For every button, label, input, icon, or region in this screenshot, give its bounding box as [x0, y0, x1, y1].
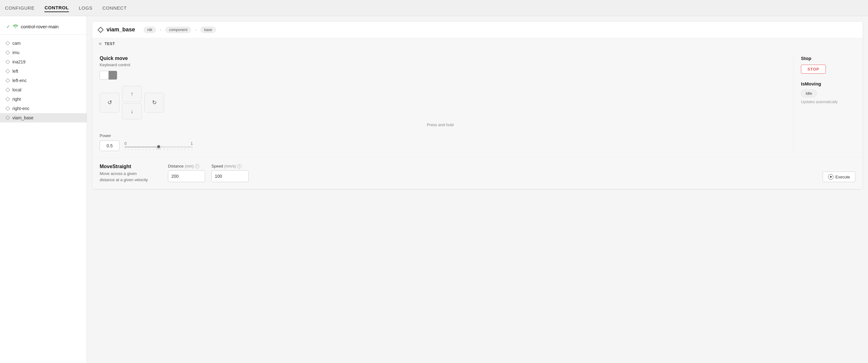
sidebar-item-imu[interactable]: imu — [0, 48, 87, 57]
diamond-icon — [6, 88, 10, 92]
test-content: Quick move Keyboard control ↺ — [92, 49, 863, 157]
power-slider-track[interactable] — [124, 146, 193, 148]
sidebar-item-ina219[interactable]: ina219 — [0, 57, 87, 66]
power-label: Power — [100, 133, 781, 138]
right-panel: Stop STOP IsMoving Idle Updates automati… — [793, 56, 855, 151]
check-icon: ✓ — [6, 24, 10, 30]
distance-label: Distance (mm) i — [168, 164, 205, 168]
nav-control[interactable]: CONTROL — [44, 4, 69, 12]
keyboard-toggle-container — [100, 71, 781, 80]
sidebar-item-label: local — [12, 87, 22, 92]
updates-auto-label: Updates automatically — [801, 100, 855, 104]
diamond-icon — [6, 50, 10, 55]
sidebar-item-label: right — [12, 97, 21, 102]
move-straight-title: MoveStraight — [100, 164, 156, 169]
speed-info-icon[interactable]: i — [237, 164, 242, 168]
execute-play-icon — [828, 174, 834, 179]
top-navigation: CONFIGURE CONTROL LOGS CONNECT — [0, 0, 868, 16]
sidebar-item-label: left-enc — [12, 78, 27, 83]
distance-input[interactable] — [168, 170, 205, 182]
rotate-left-button[interactable]: ↺ — [100, 93, 120, 112]
sidebar-item-label: ina219 — [12, 59, 26, 64]
speed-field-group: Speed (mm/s) i — [211, 164, 249, 182]
move-straight-description: Move across a given distance at a given … — [100, 171, 149, 183]
power-section: Power 0 1 — [100, 133, 781, 151]
slider-max-label: 1 — [191, 141, 193, 146]
stop-title: Stop — [801, 56, 855, 61]
direction-controls: ↺ ↑ ↓ ↻ — [100, 86, 781, 119]
sidebar: ✓ control-rover-main camimuina219leftlef… — [0, 16, 87, 363]
quick-move-title: Quick move — [100, 56, 781, 61]
sidebar-item-label: imu — [12, 50, 20, 55]
diamond-icon — [6, 106, 10, 111]
diamond-icon — [6, 78, 10, 83]
move-straight-section: MoveStraight Move across a given distanc… — [92, 157, 863, 189]
distance-info-icon[interactable]: i — [195, 164, 199, 168]
move-straight-fields: Distance (mm) i Speed (mm/s) — [168, 164, 249, 182]
test-label: TEST — [104, 41, 115, 46]
sidebar-robot-name: control-rover-main — [21, 24, 59, 29]
distance-field-group: Distance (mm) i — [168, 164, 205, 182]
stop-section: Stop STOP — [801, 56, 855, 74]
diamond-icon — [6, 60, 10, 64]
backward-button[interactable]: ↓ — [122, 103, 142, 119]
sidebar-item-cam[interactable]: cam — [0, 38, 87, 48]
slider-ticks — [124, 149, 193, 150]
toggle-on — [108, 71, 117, 80]
move-straight-info: MoveStraight Move across a given distanc… — [100, 164, 156, 183]
press-hold-label: Press and hold — [100, 122, 781, 127]
execute-button[interactable]: Execute — [823, 172, 855, 182]
sidebar-item-right-enc[interactable]: right-enc — [0, 104, 87, 113]
main-layout: ✓ control-rover-main camimuina219leftlef… — [0, 16, 868, 363]
sidebar-item-left-enc[interactable]: left-enc — [0, 76, 87, 85]
power-row: 0 1 — [100, 140, 781, 151]
speed-label: Speed (mm/s) i — [211, 164, 249, 168]
keyboard-control-label: Keyboard control — [100, 62, 781, 67]
is-moving-section: IsMoving Idle Updates automatically — [801, 81, 855, 104]
power-slider-container: 0 1 — [124, 141, 193, 150]
execute-label: Execute — [835, 175, 850, 179]
slider-fill — [124, 146, 159, 148]
wifi-icon — [13, 24, 18, 30]
stop-button[interactable]: STOP — [801, 65, 826, 74]
distance-unit: (mm) — [185, 164, 194, 168]
sidebar-item-right[interactable]: right — [0, 94, 87, 104]
main-content: viam_base rdk › component › base ✕ TEST — [87, 16, 868, 363]
is-moving-title: IsMoving — [801, 81, 855, 86]
card-diamond-icon — [97, 27, 104, 33]
power-input[interactable] — [100, 140, 120, 151]
move-straight-row: Distance (mm) i Speed (mm/s) — [168, 164, 855, 182]
speed-input[interactable] — [211, 170, 249, 182]
diamond-icon — [6, 69, 10, 73]
collapse-icon: ✕ — [98, 41, 102, 46]
sidebar-item-left[interactable]: left — [0, 66, 87, 76]
quick-move-panel: Quick move Keyboard control ↺ — [100, 56, 793, 151]
sidebar-robot-header: ✓ control-rover-main — [0, 21, 87, 35]
tag-base[interactable]: base — [200, 27, 215, 33]
rotate-right-button[interactable]: ↻ — [144, 93, 164, 112]
speed-unit: (mm/s) — [224, 164, 236, 168]
forward-back-col: ↑ ↓ — [122, 86, 142, 119]
idle-badge: Idle — [801, 89, 817, 97]
nav-logs[interactable]: LOGS — [79, 4, 93, 12]
nav-connect[interactable]: CONNECT — [102, 4, 127, 12]
diamond-icon — [6, 97, 10, 101]
diamond-icon — [6, 116, 10, 120]
sidebar-item-label: left — [12, 69, 18, 74]
viam-base-card: viam_base rdk › component › base ✕ TEST — [92, 21, 863, 190]
test-header[interactable]: ✕ TEST — [92, 38, 863, 49]
tag-rdk[interactable]: rdk — [144, 27, 156, 33]
toggle-off — [100, 71, 108, 80]
sidebar-item-viam_base[interactable]: viam_base — [0, 113, 87, 122]
tag-component[interactable]: component — [165, 27, 191, 33]
sidebar-item-label: viam_base — [12, 115, 34, 120]
test-section: ✕ TEST Quick move Keyboard control — [92, 38, 863, 189]
card-header: viam_base rdk › component › base — [92, 22, 863, 38]
keyboard-toggle[interactable] — [100, 71, 117, 80]
sidebar-items-list: camimuina219leftleft-enclocalrightright-… — [0, 38, 87, 122]
forward-button[interactable]: ↑ — [122, 86, 142, 102]
card-title: viam_base — [106, 26, 135, 33]
diamond-icon — [6, 41, 10, 45]
nav-configure[interactable]: CONFIGURE — [5, 4, 34, 12]
sidebar-item-local[interactable]: local — [0, 85, 87, 94]
